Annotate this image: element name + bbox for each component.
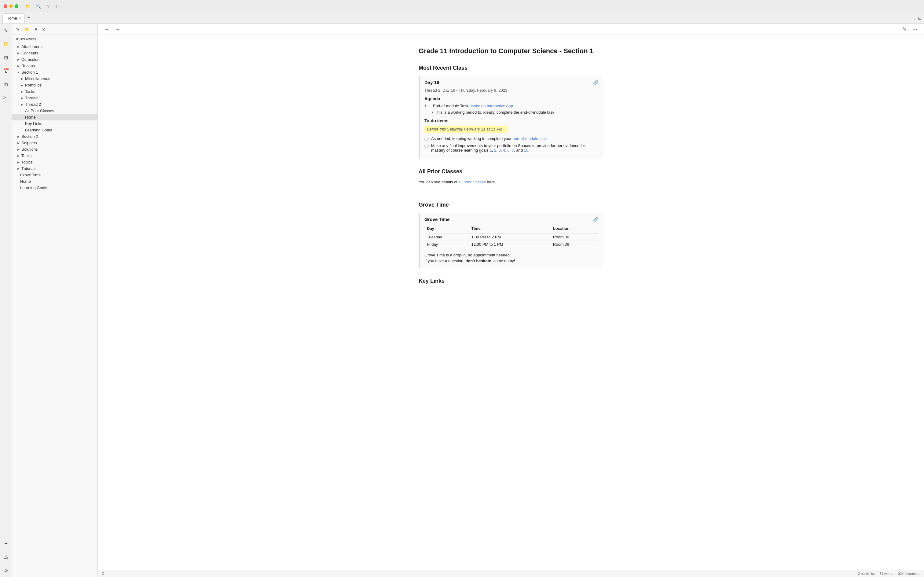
home-tab[interactable]: Home × [2, 13, 25, 23]
grove-time-block: Grove Time 🔗 Day Time Location [419, 213, 603, 268]
grove-callout-header: Grove Time 🔗 [424, 217, 598, 222]
back-button[interactable]: ← [103, 25, 111, 33]
activity-settings-icon[interactable]: ⚙ [2, 566, 10, 575]
edit-page-button[interactable]: ✎ [900, 25, 908, 33]
sidebar-item-recaps[interactable]: ▶ Recaps [12, 63, 97, 69]
nav-right-buttons: ✎ ⋯ [900, 25, 919, 33]
minimize-window-button[interactable] [9, 4, 13, 8]
sidebar-item-learning-goals-top[interactable]: Learning Goals [12, 185, 97, 191]
goal-5-link[interactable]: 5 [507, 148, 509, 153]
activity-star-icon[interactable]: ✦ [2, 539, 10, 548]
expand-icon: ▶ [16, 64, 21, 68]
grove-day-friday: Friday [424, 241, 469, 248]
sidebar-item-tutorials[interactable]: ▶ Tutorials [12, 165, 97, 172]
sidebar-item-snippets[interactable]: ▶ Snippets [12, 140, 97, 146]
agenda-list: 1. End-of-module Task: Make an Interacti… [424, 103, 598, 108]
activity-folder-icon[interactable]: 📁 [2, 40, 10, 48]
sidebar-item-section2[interactable]: ▶ Section 2 [12, 133, 97, 140]
sidebar-item-thread2[interactable]: ▶ Thread 2 [12, 101, 97, 108]
callout-header: Day 16 🔗 [424, 80, 598, 85]
goal-1-link[interactable]: 1 [489, 148, 492, 153]
sidebar-item-label: Thread 1 [24, 95, 97, 100]
activity-terminal-icon[interactable]: >_ [2, 93, 10, 102]
sidebar-item-concepts[interactable]: ▶ Concepts [12, 50, 97, 56]
sidebar-item-label: Curriculum [21, 57, 97, 62]
sidebar-item-label: Grove Time [19, 172, 97, 177]
grove-table-row-friday: Friday 12:30 PM to 1 PM Room 36 [424, 241, 598, 248]
all-prior-after: here. [486, 180, 496, 184]
file-icon[interactable]: 📁 [26, 4, 31, 8]
day16-title: Day 16 [424, 80, 439, 85]
goal-10-link[interactable]: 10 [524, 148, 528, 153]
sidebar-item-tasks-section1[interactable]: ▶ Tasks [12, 88, 97, 95]
sidebar-item-solutions[interactable]: ▶ Solutions [12, 146, 97, 153]
highlight-text: Before this Saturday February 11 at 11 P… [424, 126, 508, 133]
sidebar-item-label: Key Links [24, 121, 97, 126]
grove-note-1: Grove Time is a drop-in, no appointment … [424, 253, 598, 257]
make-interactive-app-link[interactable]: Make an Interactive App [470, 103, 513, 108]
goal-3-link[interactable]: 3 [498, 148, 501, 153]
sidebar-item-attachments[interactable]: ▶ Attachments [12, 44, 97, 50]
grove-link-icon[interactable]: 🔗 [593, 217, 598, 222]
grove-table-row-tuesday: Tuesday 1:30 PM to 2 PM Room 36 [424, 234, 598, 241]
tab-nav-dropdown[interactable]: ⌄ [913, 16, 917, 21]
sidebar-item-label: Topics [21, 160, 97, 165]
agenda-sub-item-1: • This is a working period to, ideally, … [432, 110, 598, 114]
activity-edit-icon[interactable]: ✎ [2, 26, 10, 35]
sidebar-item-curriculum[interactable]: ▶ Curriculum [12, 56, 97, 63]
statusbar-characters: 324 characters [898, 572, 920, 575]
agenda-sub-text: This is a working period to, ideally, co… [435, 110, 555, 114]
agenda-item-1: 1. End-of-module Task: Make an Interacti… [424, 103, 598, 108]
sidebar-folder-button[interactable]: 📁 [23, 26, 31, 33]
tab-nav-split[interactable]: ⊡ [918, 16, 922, 21]
maximize-window-button[interactable] [14, 4, 18, 8]
statusbar-words: 51 words [880, 572, 893, 575]
sidebar-item-label: Tasks [21, 153, 97, 158]
forward-button[interactable]: → [114, 25, 122, 33]
search-icon[interactable]: 🔍 [36, 4, 41, 8]
sidebar-item-home-top[interactable]: Home [12, 178, 97, 185]
sidebar-item-miscellaneous[interactable]: ▶ Miscellaneous [12, 76, 97, 82]
star-icon[interactable]: ☆ [46, 4, 50, 8]
goal-7-link[interactable]: 7 [512, 148, 514, 153]
activity-calendar-icon[interactable]: 📅 [2, 67, 10, 75]
activity-copy-icon[interactable]: ⧉ [2, 80, 10, 89]
end-of-module-task-link[interactable]: end-of-module task [513, 136, 547, 141]
day16-link-icon[interactable]: 🔗 [593, 80, 598, 85]
activity-grid-icon[interactable]: ⊞ [2, 53, 10, 62]
goal-4-link[interactable]: 4 [503, 148, 505, 153]
todo-radio-2[interactable] [424, 143, 429, 148]
tabbar: Home × + ⌄ ⊡ [0, 12, 924, 24]
activity-alert-icon[interactable]: ⚠ [2, 553, 10, 561]
statusbar-backlinks: 2 backlinks [858, 572, 874, 575]
expand-icon: ▶ [16, 45, 21, 48]
new-tab-button[interactable]: + [27, 15, 31, 21]
sidebar-item-portfolios[interactable]: ▶ Portfolios [12, 82, 97, 88]
sidebar-item-grove-time[interactable]: Grove Time [12, 172, 97, 178]
close-window-button[interactable] [4, 4, 7, 8]
sidebar-item-home[interactable]: Home [12, 114, 97, 121]
expand-icon: ▶ [16, 154, 21, 157]
sidebar-item-all-prior-classes[interactable]: All Prior Classes [12, 108, 97, 114]
all-prior-classes-link[interactable]: all prior classes [458, 180, 486, 184]
tab-close-button[interactable]: × [19, 16, 21, 20]
sidebar-item-thread1[interactable]: ▶ Thread 1 [12, 95, 97, 101]
sidebar-toggle-icon[interactable]: ◫ [55, 4, 59, 8]
sidebar-item-learning-goals-section1[interactable]: Learning Goals [12, 127, 97, 133]
sidebar-close-button[interactable]: ✕ [41, 26, 47, 33]
sidebar-edit-button[interactable]: ✎ [14, 26, 21, 33]
expand-icon: ▶ [16, 58, 21, 61]
sidebar-item-section1[interactable]: ▼ Section 1 [12, 69, 97, 76]
grove-time-friday: 12:30 PM to 1 PM [469, 241, 551, 248]
sidebar-item-key-links[interactable]: Key Links [12, 121, 97, 127]
content-area: Grade 11 Introduction to Computer Scienc… [98, 35, 924, 570]
sidebar-item-label: Section 2 [21, 134, 97, 139]
sidebar-item-label: Miscellaneous [24, 76, 97, 81]
sidebar-item-topics[interactable]: ▶ Topics [12, 159, 97, 165]
sidebar-filter-button[interactable]: ≡ [33, 26, 38, 33]
sidebar-item-label: Tasks [24, 89, 97, 94]
more-options-button[interactable]: ⋯ [911, 25, 919, 33]
todo-radio-1[interactable] [424, 137, 429, 141]
goal-2-link[interactable]: 2 [494, 148, 496, 153]
sidebar-item-tasks-top[interactable]: ▶ Tasks [12, 153, 97, 159]
